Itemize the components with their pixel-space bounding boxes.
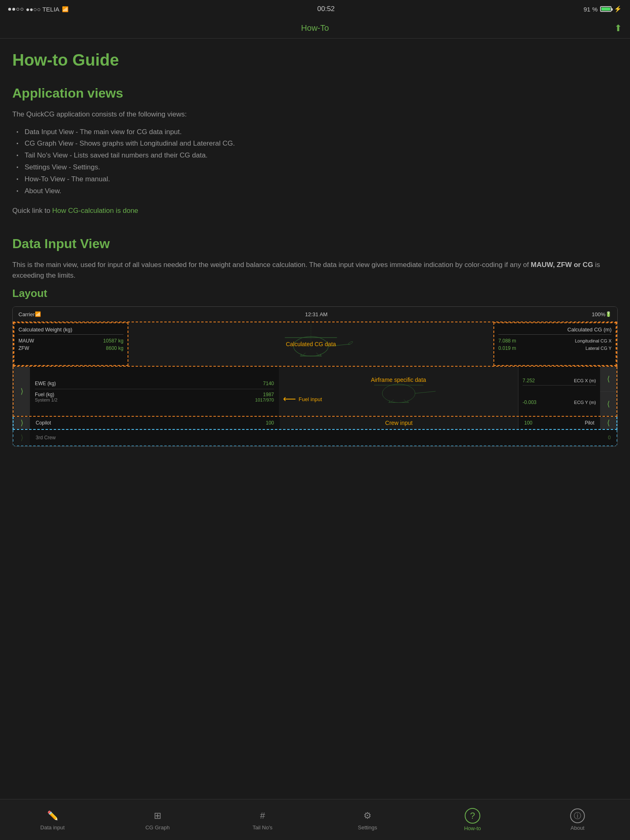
mock-top-row: Calculated Weight (kg) MAUW 10587 kg ZFW… <box>13 322 617 367</box>
mock-airframe-row: ⟩ EWE (kg) 7140 Fuel (kg) System 1/2 <box>13 367 617 417</box>
mock-third-crew-label: 3rd Crew <box>36 435 56 441</box>
tab-about[interactable]: ⓘ About <box>525 808 630 831</box>
mock-right-arrows: ⟨ ⟨ <box>600 367 616 416</box>
mock-copilot-row: Copilot 100 <box>30 417 280 429</box>
mock-ecgy-value: -0.003 <box>523 399 536 405</box>
tail-nos-icon: # <box>256 809 269 823</box>
signal-dot-3 <box>16 8 19 11</box>
fuel-arrow-annotation: ⟵ Fuel input <box>283 394 322 404</box>
mock-ecgx-arrow[interactable]: ⟨ <box>600 367 616 391</box>
signal-dot-2 <box>12 8 15 11</box>
mock-mauw-row: MAUW 10587 kg <box>18 338 123 344</box>
wifi-icon: 📶 <box>62 6 68 12</box>
mock-ewe-arrow[interactable]: ⟩ <box>14 367 30 416</box>
howto-icon: ? <box>465 808 480 824</box>
mock-longitudinal-value: 7.088 m <box>498 338 516 344</box>
cg-calculation-link[interactable]: How CG-calculation is done <box>52 207 138 215</box>
mock-heli-area: Calculated CG data <box>128 322 493 366</box>
mock-mauw-value: 10587 kg <box>103 338 123 344</box>
mock-third-crew-value: 0 <box>608 435 611 441</box>
mock-ecgy-arrow[interactable]: ⟨ <box>600 391 616 416</box>
tab-about-label: About <box>571 825 584 831</box>
share-button[interactable]: ⬆ <box>614 23 622 34</box>
svg-line-11 <box>415 391 436 393</box>
data-input-icon: ✏️ <box>46 809 59 823</box>
mock-crew-arrow[interactable]: ⟩ <box>14 417 30 429</box>
mock-ewe-label: EWE (kg) <box>35 381 56 386</box>
application-views-title: Application views <box>12 86 618 101</box>
list-item: About View. <box>16 185 618 197</box>
battery-icon <box>600 6 612 12</box>
list-item: Tail No's View - Lists saved tail number… <box>16 150 618 162</box>
mock-battery-icon: 🔋 <box>605 311 612 317</box>
mock-zfw-label: ZFW <box>18 345 29 351</box>
mock-third-crew-arrow[interactable]: ⟩ <box>14 430 30 445</box>
tab-cg-graph[interactable]: ⊞ CG Graph <box>105 809 210 831</box>
status-left: ●●○○ TELIA 📶 <box>8 6 68 13</box>
mock-zfw-row: ZFW 8600 kg <box>18 345 123 351</box>
mock-copilot-label: Copilot <box>36 420 51 426</box>
signal-dot-4 <box>21 8 23 11</box>
data-input-bold: MAUW, ZFW or CG <box>531 261 593 269</box>
tab-tail-nos-label: Tail No's <box>253 824 273 831</box>
mock-fuel-values: 1987 1017/970 <box>255 392 274 402</box>
tab-settings[interactable]: ⚙ Settings <box>315 809 420 831</box>
mock-lateral-label: Lateral CG Y <box>586 346 612 351</box>
mock-third-crew-content: 3rd Crew 0 <box>30 430 616 445</box>
mock-crew-row: ⟩ Copilot 100 Crew input 100 Pilot ⟨ <box>13 417 617 430</box>
mock-time: 12:31 AM <box>41 311 592 317</box>
list-item: Settings View - Settings. <box>16 162 618 173</box>
mock-fuel-sub-label: System 1/2 <box>35 397 57 402</box>
airframe-heli-svg <box>358 367 440 416</box>
svg-point-2 <box>348 341 353 345</box>
mock-pilot-arrow[interactable]: ⟨ <box>600 417 616 429</box>
about-icon: ⓘ <box>570 808 585 823</box>
battery-percent: 91 % <box>584 6 598 13</box>
status-time: 00:52 <box>317 5 335 13</box>
mock-cg-header: Calculated CG (m) <box>498 326 612 335</box>
svg-line-1 <box>328 344 350 346</box>
tab-data-input-label: Data input <box>40 824 64 831</box>
charging-icon: ⚡ <box>614 5 622 13</box>
mock-fuel-value: 1987 <box>255 392 274 397</box>
mock-carrier: Carrier <box>18 311 35 317</box>
mock-zfw-value: 8600 kg <box>106 345 123 351</box>
main-content: How-to Guide Application views The Quick… <box>0 39 630 500</box>
mock-fuel-labels: Fuel (kg) System 1/2 <box>35 392 57 402</box>
mock-fuel-label: Fuel (kg) <box>35 392 57 397</box>
tab-howto[interactable]: ? How-to <box>420 808 525 831</box>
nav-title: How-To <box>301 23 329 33</box>
data-input-body-1: This is the main view, used for input of… <box>12 261 531 269</box>
svg-point-0 <box>294 337 329 356</box>
page-title: How-to Guide <box>12 51 618 69</box>
mock-ecgx-label: ECG X (m) <box>574 378 596 383</box>
mock-ecgy-row: -0.003 ECG Y (m) <box>523 398 596 407</box>
tab-data-input[interactable]: ✏️ Data input <box>0 809 105 831</box>
mock-fuel-row: Fuel (kg) System 1/2 1987 1017/970 <box>35 389 274 405</box>
battery-fill <box>601 7 610 11</box>
mock-third-crew-row: ⟩ 3rd Crew 0 <box>13 430 617 446</box>
status-bar: ●●○○ TELIA 📶 00:52 91 % ⚡ <box>0 0 630 18</box>
data-input-title: Data Input View <box>12 236 618 251</box>
tab-cg-graph-label: CG Graph <box>145 824 169 831</box>
quick-link-text: Quick link to How CG-calculation is done <box>12 205 618 216</box>
status-right: 91 % ⚡ <box>584 5 622 13</box>
mock-pilot-value: 100 <box>524 420 532 426</box>
tab-tail-nos[interactable]: # Tail No's <box>210 809 315 831</box>
mock-battery: 100% <box>592 311 605 317</box>
tab-settings-label: Settings <box>358 824 377 831</box>
application-views-list: Data Input View - The main view for CG d… <box>16 126 618 197</box>
mock-ewe-value: 7140 <box>263 381 274 386</box>
mock-weight-header: Calculated Weight (kg) <box>18 326 123 335</box>
mock-main: Calculated Weight (kg) MAUW 10587 kg ZFW… <box>13 322 617 446</box>
signal-dot-1 <box>8 8 11 11</box>
mock-wifi-icon: 📶 <box>35 311 41 317</box>
mock-status-bar: Carrier 📶 12:31 AM 100% 🔋 <box>13 307 617 322</box>
mock-mauw-label: MAUW <box>18 338 34 344</box>
list-item: How-To View - The manual. <box>16 173 618 185</box>
mock-fuel-sub: 1017/970 <box>255 397 274 402</box>
mock-ewe-section: EWE (kg) 7140 Fuel (kg) System 1/2 1987 … <box>30 367 279 416</box>
mock-pilot-label: Pilot <box>585 420 594 426</box>
data-input-section: Data Input View This is the main view, u… <box>12 236 618 447</box>
mock-cg-panel: Calculated CG (m) 7.088 m Longitudinal C… <box>493 322 616 366</box>
